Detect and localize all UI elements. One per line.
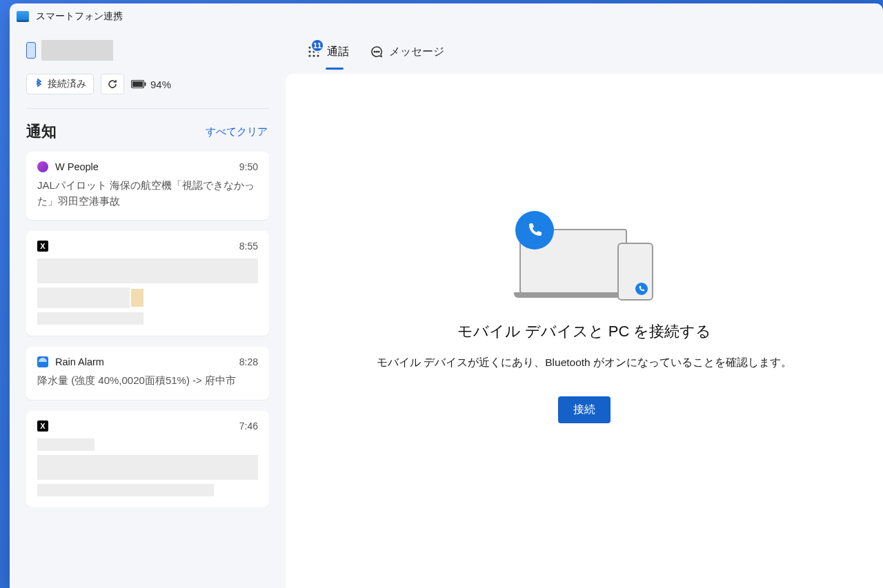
redacted-content bbox=[37, 258, 258, 325]
rain-alarm-icon bbox=[37, 356, 48, 367]
titlebar: スマートフォン連携 bbox=[10, 3, 883, 30]
connect-title: モバイル デバイスと PC を接続する bbox=[457, 321, 712, 342]
notification-app: Rain Alarm bbox=[55, 356, 232, 367]
tab-messages-label: メッセージ bbox=[389, 45, 444, 59]
notification-time: 7:46 bbox=[239, 420, 258, 432]
notification-card[interactable]: X 8:55 bbox=[26, 231, 269, 336]
notification-card[interactable]: Rain Alarm 8:28 降水量 (強度 40%,0020面積51%) -… bbox=[26, 347, 269, 400]
svg-point-13 bbox=[376, 51, 377, 52]
sidebar: 接続済み 94% 通知 すべてクリア bbox=[10, 30, 286, 588]
app-title: スマートフォン連携 bbox=[36, 10, 123, 23]
content: 接続済み 94% 通知 すべてクリア bbox=[10, 30, 883, 588]
notifications-list: W People 9:50 JALパイロット 海保の航空機「視認できなかった」羽… bbox=[26, 152, 269, 507]
status-row: 接続済み 94% bbox=[26, 74, 269, 94]
bluetooth-label: 接続済み bbox=[48, 78, 86, 90]
wpeople-icon bbox=[37, 161, 48, 172]
battery-percent: 94% bbox=[150, 79, 171, 90]
redacted-content bbox=[37, 438, 258, 496]
svg-rect-1 bbox=[132, 81, 143, 87]
app-icon bbox=[17, 11, 29, 22]
notification-app: W People bbox=[55, 161, 232, 172]
svg-rect-2 bbox=[145, 83, 146, 86]
svg-point-11 bbox=[317, 54, 319, 57]
clear-all-button[interactable]: すべてクリア bbox=[206, 125, 268, 139]
call-bubble-icon bbox=[515, 211, 554, 250]
tabs: 11 通話 メッセージ bbox=[286, 30, 883, 74]
message-icon bbox=[370, 45, 384, 59]
phone-icon bbox=[26, 42, 36, 59]
tab-calls[interactable]: 11 通話 bbox=[306, 30, 349, 74]
phone-call-mini-icon bbox=[635, 283, 648, 295]
notification-card[interactable]: X 7:46 bbox=[26, 411, 269, 507]
main-canvas: モバイル デバイスと PC を接続する モバイル デバイスが近くにあり、Blue… bbox=[286, 74, 883, 588]
tab-calls-label: 通話 bbox=[327, 45, 349, 59]
notification-time: 8:28 bbox=[239, 356, 258, 367]
notifications-header: 通知 すべてクリア bbox=[26, 121, 269, 142]
svg-point-6 bbox=[308, 50, 310, 52]
svg-point-12 bbox=[374, 51, 375, 52]
separator bbox=[26, 108, 269, 109]
svg-point-9 bbox=[308, 54, 310, 57]
battery-status: 94% bbox=[131, 79, 171, 90]
bluetooth-status-chip[interactable]: 接続済み bbox=[26, 74, 94, 94]
connect-illustration bbox=[515, 211, 653, 307]
device-row[interactable] bbox=[26, 37, 269, 64]
notification-time: 9:50 bbox=[239, 161, 258, 172]
notification-body: JALパイロット 海保の航空機「視認できなかった」羽田空港事故 bbox=[37, 178, 258, 209]
x-icon: X bbox=[37, 420, 48, 432]
app-window: スマートフォン連携 接続済み bbox=[10, 3, 883, 588]
calls-badge: 11 bbox=[310, 39, 324, 52]
device-name bbox=[41, 40, 113, 61]
bluetooth-icon bbox=[34, 78, 43, 90]
refresh-button[interactable] bbox=[101, 74, 124, 94]
notification-time: 8:55 bbox=[239, 241, 258, 252]
refresh-icon bbox=[107, 79, 118, 90]
connect-subtitle: モバイル デバイスが近くにあり、Bluetooth がオンになっていることを確認… bbox=[377, 356, 792, 370]
tab-messages[interactable]: メッセージ bbox=[370, 30, 444, 74]
phone-illustration-icon bbox=[617, 243, 653, 301]
svg-point-10 bbox=[312, 54, 315, 57]
battery-icon bbox=[131, 80, 146, 88]
notification-body: 降水量 (強度 40%,0020面積51%) -> 府中市 bbox=[37, 373, 258, 389]
main-panel: 11 通話 メッセージ bbox=[286, 30, 883, 588]
x-icon: X bbox=[37, 241, 48, 252]
notification-card[interactable]: W People 9:50 JALパイロット 海保の航空機「視認できなかった」羽… bbox=[26, 152, 269, 220]
svg-point-14 bbox=[378, 51, 379, 52]
connect-button[interactable]: 接続 bbox=[558, 396, 611, 423]
notifications-title: 通知 bbox=[26, 121, 57, 142]
